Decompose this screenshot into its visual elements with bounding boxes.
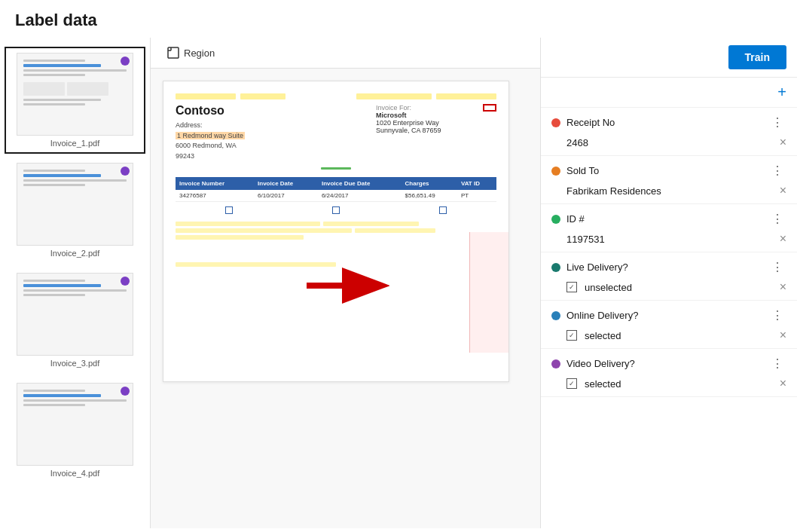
- label-value-video-delivery: selected: [585, 378, 775, 390]
- label-delete-button-id[interactable]: ×: [780, 232, 786, 246]
- red-arrow: [299, 267, 389, 306]
- label-name-receipt-no: Receipt No: [566, 117, 762, 128]
- label-item-sold-to: Sold To ⋮ Fabrikam Residences ×: [541, 156, 797, 204]
- label-dot-sold-to: [551, 167, 560, 176]
- labels-list: Receipt No ⋮ 2468 × Sold To ⋮ Fabrikam R…: [541, 108, 797, 528]
- checkbox-col3: [439, 206, 447, 214]
- label-menu-button-sold-to[interactable]: ⋮: [768, 162, 786, 179]
- label-value-sold-to: Fabrikam Residences: [566, 185, 775, 197]
- label-name-id: ID #: [566, 213, 762, 225]
- checkbox-icon-video: ✓: [566, 378, 577, 389]
- checkbox-col1: [225, 206, 233, 214]
- label-value-receipt-no: 2468: [566, 137, 775, 148]
- label-delete-button-online-delivery[interactable]: ×: [780, 329, 786, 342]
- checkbox-col2: [332, 206, 340, 214]
- label-value-id: 1197531: [566, 234, 775, 245]
- label-value-live-delivery: unselected: [585, 282, 775, 293]
- sidebar: Invoice_1.pdf Invoice_2.pdf: [0, 38, 151, 528]
- label-value-online-delivery: selected: [585, 330, 775, 341]
- label-delete-button-receipt-no[interactable]: ×: [780, 136, 786, 149]
- checkbox-icon-live: ✓: [566, 282, 577, 292]
- label-delete-button-video-delivery[interactable]: ×: [780, 377, 786, 390]
- label-dot-online-delivery: [551, 311, 560, 320]
- label-item-online-delivery: Online Delivery? ⋮ ✓ selected ×: [541, 301, 797, 349]
- label-name-online-delivery: Online Delivery?: [566, 310, 762, 321]
- label-name-video-delivery: Video Delivery?: [566, 358, 762, 369]
- label-name-sold-to: Sold To: [566, 165, 762, 176]
- checkbox-icon-online: ✓: [566, 330, 577, 341]
- label-menu-button-receipt-no[interactable]: ⋮: [768, 114, 786, 131]
- svg-rect-0: [168, 47, 179, 58]
- label-item-receipt-no: Receipt No ⋮ 2468 ×: [541, 108, 797, 156]
- label-dot-receipt-no: [551, 118, 560, 127]
- invoice-table: Invoice Number Invoice Date Invoice Due …: [176, 177, 496, 202]
- region-button[interactable]: Region: [161, 44, 221, 62]
- sidebar-item-label: Invoice_4.pdf: [50, 469, 99, 478]
- add-label-button[interactable]: +: [777, 84, 786, 101]
- red-rect-icon: [483, 104, 496, 112]
- address-block: Address: 1 Redmond way Suite 6000 Redmon…: [176, 121, 376, 161]
- label-menu-button-online-delivery[interactable]: ⋮: [768, 307, 786, 324]
- region-label: Region: [184, 47, 215, 59]
- page-title: Label data: [0, 0, 797, 38]
- label-item-video-delivery: Video Delivery? ⋮ ✓ selected ×: [541, 349, 797, 397]
- label-menu-button-id[interactable]: ⋮: [768, 210, 786, 228]
- label-dot-live-delivery: [551, 263, 560, 272]
- right-panel: Train + Receipt No ⋮ 2468 ×: [541, 38, 797, 528]
- label-dot-video-delivery: [551, 359, 560, 368]
- invoice-for-block: Invoice For: Microsoft 1020 Enterprise W…: [376, 104, 474, 134]
- region-icon: [167, 47, 179, 59]
- sidebar-item-label: Invoice_1.pdf: [50, 139, 99, 148]
- pink-highlight-area: [469, 232, 508, 353]
- canvas-area: Region Contoso Address:: [151, 38, 541, 528]
- label-menu-button-video-delivery[interactable]: ⋮: [768, 355, 786, 372]
- sidebar-item-invoice1[interactable]: Invoice_1.pdf: [5, 47, 145, 154]
- sidebar-item-invoice4[interactable]: Invoice_4.pdf: [5, 377, 145, 484]
- company-name: Contoso: [176, 104, 376, 118]
- label-delete-button-sold-to[interactable]: ×: [780, 184, 786, 197]
- sidebar-item-label: Invoice_3.pdf: [50, 359, 99, 368]
- label-dot-id: [551, 215, 560, 224]
- label-item-id: ID # ⋮ 1197531 ×: [541, 204, 797, 252]
- train-button[interactable]: Train: [728, 45, 786, 69]
- sidebar-item-label: Invoice_2.pdf: [50, 249, 99, 258]
- label-item-live-delivery: Live Delivery? ⋮ ✓ unselected ×: [541, 252, 797, 301]
- sidebar-item-invoice3[interactable]: Invoice_3.pdf: [5, 267, 145, 374]
- label-delete-button-live-delivery[interactable]: ×: [780, 280, 786, 294]
- sidebar-item-invoice2[interactable]: Invoice_2.pdf: [5, 157, 145, 264]
- label-name-live-delivery: Live Delivery?: [566, 261, 762, 273]
- label-menu-button-live-delivery[interactable]: ⋮: [768, 258, 786, 276]
